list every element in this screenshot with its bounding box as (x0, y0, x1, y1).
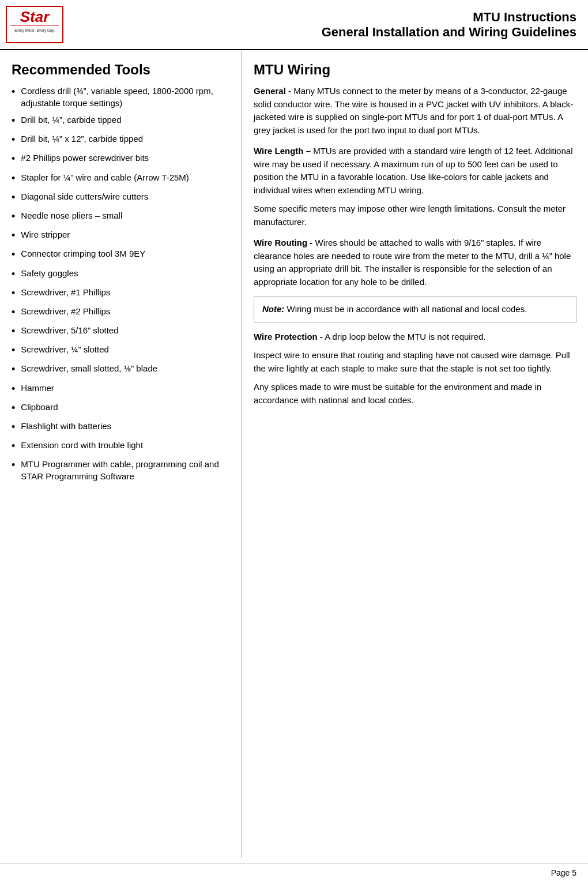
general-text: Many MTUs connect to the meter by means … (254, 86, 573, 135)
wire-length-paragraph: Wire Length – MTUs are provided with a s… (254, 145, 576, 197)
list-item: Hammer (12, 382, 230, 396)
list-item: Drill bit, ¼” x 12”, carbide tipped (12, 133, 230, 147)
list-item: Stapler for ¼” wire and cable (Arrow T-2… (12, 171, 230, 186)
note-box: Note: Wiring must be in accordance with … (254, 296, 576, 322)
header-title: MTU Instructions General Installation an… (63, 10, 576, 40)
wire-protection-paragraph1: Wire Protection - A drip loop below the … (254, 331, 576, 344)
general-label: General - (254, 86, 291, 96)
wire-protection-section: Wire Protection - A drip loop below the … (254, 331, 576, 407)
header-title-line1: MTU Instructions (63, 10, 576, 25)
company-logo: Star Every Meter. Every Day. (6, 6, 63, 43)
right-column: MTU Wiring General - Many MTUs connect t… (242, 50, 588, 858)
list-item: Needle nose pliers – small (12, 209, 230, 224)
tools-list: Cordless drill (⅜”, variable speed, 1800… (12, 85, 230, 482)
page-header: Star Every Meter. Every Day. MTU Instruc… (0, 0, 588, 50)
note-text: Wiring must be in accordance with all na… (284, 304, 527, 314)
header-title-line2: General Installation and Wiring Guidelin… (63, 25, 576, 40)
left-column: Recommended Tools Cordless drill (⅜”, va… (0, 50, 242, 858)
wire-routing-section: Wire Routing - Wires should be attached … (254, 237, 576, 288)
wire-routing-paragraph: Wire Routing - Wires should be attached … (254, 237, 576, 288)
list-item: Diagonal side cutters/wire cutters (12, 190, 230, 205)
list-item: Extension cord with trouble light (12, 439, 230, 453)
svg-text:Every Meter. Every Day.: Every Meter. Every Day. (14, 28, 55, 33)
list-item: Screwdriver, 5/16” slotted (12, 324, 230, 339)
list-item: Screwdriver, small slotted, ⅛” blade (12, 362, 230, 377)
list-item: Connector crimping tool 3M 9EY (12, 247, 230, 262)
list-item: Screwdriver, ¼” slotted (12, 343, 230, 358)
wire-protection-paragraph2: Inspect wire to ensure that routing and … (254, 349, 576, 375)
mtu-wiring-title: MTU Wiring (254, 62, 576, 78)
page-footer: Page 5 (0, 863, 588, 882)
main-content: Recommended Tools Cordless drill (⅜”, va… (0, 50, 588, 858)
note-bold-label: Note: (262, 304, 284, 314)
wire-protection-text: A drip loop below the MTU is not require… (323, 332, 486, 341)
list-item: Flashlight with batteries (12, 420, 230, 434)
list-item: MTU Programmer with cable, programming c… (12, 458, 230, 482)
recommended-tools-title: Recommended Tools (12, 62, 230, 78)
list-item: Screwdriver, #1 Phillips (12, 286, 230, 301)
wire-routing-label: Wire Routing - (254, 238, 312, 247)
list-item: Clipboard (12, 401, 230, 415)
list-item: #2 Phillips power screwdriver bits (12, 152, 230, 166)
wire-length-section: Wire Length – MTUs are provided with a s… (254, 145, 576, 228)
general-section: General - Many MTUs connect to the meter… (254, 85, 576, 137)
list-item: Screwdriver, #2 Phillips (12, 305, 230, 320)
list-item: Drill bit, ¼”, carbide tipped (12, 114, 230, 128)
svg-text:Star: Star (20, 8, 50, 25)
list-item: Cordless drill (⅜”, variable speed, 1800… (12, 85, 230, 109)
wire-protection-label: Wire Protection - (254, 332, 323, 341)
list-item: Safety goggles (12, 267, 230, 282)
wire-protection-paragraph3: Any splices made to wire must be suitabl… (254, 381, 576, 407)
wire-length-note: Some specific meters may impose other wi… (254, 202, 576, 228)
list-item: Wire stripper (12, 228, 230, 243)
general-paragraph: General - Many MTUs connect to the meter… (254, 85, 576, 137)
wire-length-label: Wire Length – (254, 146, 311, 156)
page-number: Page 5 (551, 868, 576, 877)
